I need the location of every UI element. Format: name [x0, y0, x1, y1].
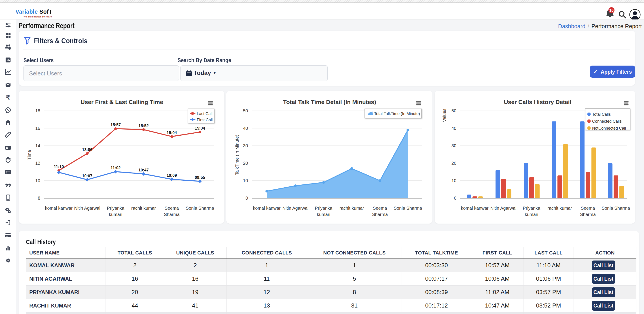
svg-text:kumari: kumari [317, 212, 330, 217]
svg-text:Total Calls: Total Calls [592, 112, 611, 117]
svg-text:0: 0 [454, 196, 456, 200]
svg-text:komal kanwar: komal kanwar [45, 206, 73, 211]
svg-text:Sharma: Sharma [164, 212, 180, 217]
svg-text:Last Call: Last Call [197, 111, 212, 116]
svg-text:Sonia Sharma: Sonia Sharma [394, 206, 422, 211]
svg-text:10:07: 10:07 [82, 174, 92, 178]
svg-text:30: 30 [452, 143, 456, 148]
svg-text:Sonia Sharma: Sonia Sharma [186, 206, 214, 211]
svg-text:Seema: Seema [373, 206, 387, 211]
svg-text:User Calls History Detail: User Calls History Detail [504, 99, 571, 105]
svg-text:Priyanka: Priyanka [523, 206, 540, 211]
svg-text:User First & Last Calling Time: User First & Last Calling Time [80, 99, 163, 105]
svg-text:8: 8 [38, 196, 40, 200]
svg-text:10: 10 [35, 178, 40, 183]
svg-text:First Call: First Call [197, 118, 213, 122]
svg-text:Nitin Agarwal: Nitin Agarwal [490, 206, 516, 211]
svg-text:Nitin Agarwal: Nitin Agarwal [282, 206, 308, 211]
svg-text:Total Talk Time Detail (In Min: Total Talk Time Detail (In Minutes) [283, 99, 376, 105]
svg-text:rachit kumar: rachit kumar [548, 206, 572, 211]
svg-text:15:57: 15:57 [110, 123, 121, 127]
svg-text:40: 40 [243, 126, 248, 131]
svg-text:Seema: Seema [164, 206, 179, 211]
svg-text:Sharma: Sharma [372, 212, 388, 217]
svg-text:30: 30 [243, 143, 248, 148]
svg-text:Priyanka: Priyanka [315, 206, 332, 211]
svg-text:komal kanwar: komal kanwar [461, 206, 488, 211]
svg-text:40: 40 [452, 126, 456, 131]
svg-text:komal kanwar: komal kanwar [253, 206, 281, 211]
svg-text:Total TalkTime (In Minute): Total TalkTime (In Minute) [374, 111, 420, 116]
svg-text:20: 20 [243, 161, 248, 166]
svg-text:14: 14 [35, 143, 40, 148]
svg-text:kumari: kumari [525, 212, 538, 217]
svg-text:Seema: Seema [581, 206, 595, 211]
svg-text:Sonia Sharma: Sonia Sharma [602, 206, 630, 211]
svg-text:10:47: 10:47 [138, 168, 149, 172]
svg-text:18: 18 [35, 108, 40, 113]
svg-text:11:02: 11:02 [110, 166, 120, 170]
svg-text:10: 10 [243, 178, 248, 183]
svg-text:20: 20 [452, 161, 456, 166]
svg-text:Sharma: Sharma [580, 212, 596, 217]
svg-text:10:09: 10:09 [166, 173, 177, 178]
svg-text:Connected Calls: Connected Calls [592, 119, 622, 124]
svg-text:12: 12 [35, 161, 40, 166]
svg-text:10: 10 [609, 8, 614, 13]
svg-text:Priyanka: Priyanka [107, 206, 124, 211]
svg-text:TalkTime (In Minute): TalkTime (In Minute) [234, 135, 240, 175]
svg-text:rachit kumar: rachit kumar [131, 206, 156, 211]
svg-text:15:04: 15:04 [166, 131, 177, 135]
svg-text:13:06: 13:06 [82, 147, 92, 152]
svg-text:0: 0 [246, 196, 248, 200]
svg-text:₹: ₹ [6, 94, 10, 101]
svg-text:NotConnected Call: NotConnected Call [592, 126, 626, 131]
svg-text:10: 10 [452, 178, 456, 183]
svg-text:16: 16 [35, 126, 40, 131]
svg-text:50: 50 [452, 108, 456, 113]
svg-text:Nitin Agarwal: Nitin Agarwal [74, 206, 100, 211]
svg-text:15:34: 15:34 [195, 126, 205, 131]
svg-text:Values: Values [442, 109, 447, 122]
svg-text:kumari: kumari [109, 212, 122, 217]
svg-text:Time: Time [27, 150, 32, 160]
svg-text:rachit kumar: rachit kumar [340, 206, 364, 211]
svg-text:11:10: 11:10 [54, 164, 64, 169]
svg-text:15:52: 15:52 [138, 124, 149, 128]
svg-text:50: 50 [243, 108, 248, 113]
svg-text:09:55: 09:55 [195, 175, 205, 180]
